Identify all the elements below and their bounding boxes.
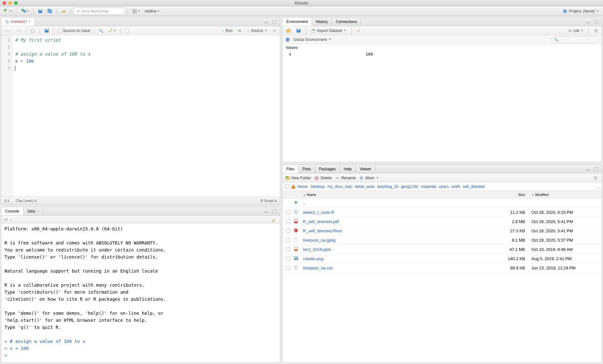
minimize-env-icon[interactable] [584, 19, 591, 24]
file-row[interactable]: liverpool_oa.gpkg8.1 MBOct 28, 2020, 5:3… [282, 236, 602, 245]
file-checkbox[interactable] [286, 229, 290, 233]
breadcrumb-segment[interactable]: Home [298, 184, 308, 189]
view-panes-button[interactable]: ▼ [131, 8, 142, 14]
select-all-checkbox[interactable] [285, 184, 289, 189]
file-name[interactable]: rstudio.png [303, 256, 323, 261]
breadcrumb-segment[interactable]: my_docs_mac [328, 184, 352, 189]
file-name[interactable]: week2_r_code.R [303, 210, 334, 215]
breadcrumb-segment[interactable]: geog2150 [401, 184, 418, 189]
project-menu[interactable]: Project: (None) ▼ [561, 8, 600, 14]
nav-back-button[interactable]: ⟸ [3, 27, 12, 34]
source-tab[interactable]: R Untitled1* × [1, 18, 35, 26]
save-all-button[interactable] [46, 8, 54, 14]
parent-dir-row[interactable]: .. [282, 198, 602, 208]
file-row[interactable]: liverpool_oa.csv68.9 KBJun 23, 2019, 12:… [282, 263, 602, 273]
code-tools-button[interactable]: ▼ [106, 27, 117, 34]
save-workspace-button[interactable] [295, 27, 302, 34]
col-size-header[interactable]: Size [518, 193, 525, 197]
breadcrumb-segment[interactable]: Desktop [311, 184, 325, 189]
nav-forward-button[interactable]: ⟹ [14, 27, 23, 34]
maximize-console-icon[interactable] [271, 209, 278, 214]
file-name[interactable]: R_self_directed.pdf [303, 219, 339, 224]
close-window-button[interactable] [3, 1, 6, 5]
outline-toggle-button[interactable] [271, 28, 278, 34]
file-checkbox[interactable] [286, 257, 290, 261]
breadcrumb-segment[interactable]: materials [421, 184, 437, 189]
save-source-button[interactable] [43, 27, 50, 34]
addins-dropdown[interactable]: Addins ▼ [143, 8, 161, 14]
col-modified-header[interactable]: Modified [535, 193, 549, 197]
show-in-new-window-button[interactable] [29, 27, 37, 34]
file-row[interactable]: Rweek2_r_code.R11.2 KBOct 28, 2020, 6:15… [282, 208, 602, 217]
maximize-env-icon[interactable] [593, 19, 600, 24]
load-workspace-button[interactable] [284, 27, 292, 34]
help-tab[interactable]: Help [340, 165, 356, 173]
env-scope-dropdown[interactable]: Global Environment ▼ [292, 37, 332, 43]
file-name[interactable]: liverpool_oa.csv [303, 266, 333, 270]
col-name-header[interactable]: Name [307, 193, 316, 197]
refresh-env-button[interactable] [592, 27, 600, 34]
delete-button[interactable]: Delete [314, 175, 332, 181]
print-button[interactable] [60, 8, 67, 14]
breadcrumb-segment[interactable]: leeds_work [355, 184, 375, 189]
file-row[interactable]: lec2_2019.pptx47.1 MBOct 10, 2019, 8:46 … [282, 245, 602, 254]
refresh-files-button[interactable] [591, 175, 599, 181]
file-row[interactable]: R_self_directed.pdf2.8 MBOct 28, 2020, 5… [282, 217, 602, 226]
history-tab[interactable]: History [312, 18, 332, 26]
close-tab-button[interactable]: × [29, 20, 31, 23]
breadcrumb-segment[interactable]: teaching_20 [377, 184, 398, 189]
console-output[interactable]: Platform: x86_64-apple-darwin15.6.0 (64-… [1, 223, 280, 363]
viewer-tab[interactable]: Viewer [356, 165, 375, 173]
source-dropdown-button[interactable]: →Source▼ [245, 28, 268, 34]
more-dropdown[interactable]: More ▼ [359, 175, 378, 181]
new-file-button[interactable]: ▼ [3, 8, 13, 14]
jobs-close-icon[interactable]: × [37, 209, 39, 213]
source-on-save-checkbox[interactable]: Source on Save [57, 28, 91, 34]
breadcrumb-segment[interactable]: pracs [439, 184, 449, 189]
compile-report-button[interactable] [123, 27, 131, 34]
file-checkbox[interactable] [286, 210, 290, 214]
minimize-files-icon[interactable] [584, 167, 591, 172]
code-content[interactable]: # My first script # assign a value of 10… [12, 35, 280, 197]
environment-tab[interactable]: Environment [282, 18, 312, 26]
jobs-tab[interactable]: Jobs × [23, 207, 43, 215]
clear-console-button[interactable] [270, 216, 278, 223]
maximize-files-icon[interactable] [593, 167, 600, 172]
env-search-input[interactable] [551, 36, 599, 43]
file-checkbox[interactable] [286, 220, 290, 224]
code-editor[interactable]: 12345 # My first script # assign a value… [1, 35, 280, 197]
scope-indicator[interactable]: (Top Level) ⇅ [16, 199, 36, 203]
breadcrumb-segment[interactable]: unit5 [452, 184, 460, 189]
file-name[interactable]: R_self_directed.Rmd [303, 228, 342, 233]
clear-objects-button[interactable] [355, 27, 363, 34]
plots-tab[interactable]: Plots [298, 165, 315, 173]
language-indicator[interactable]: R Script ⇅ [261, 199, 277, 203]
console-tab[interactable]: Console [1, 207, 23, 215]
file-name[interactable]: liverpool_oa.gpkg [303, 238, 336, 243]
find-replace-button[interactable] [97, 28, 104, 34]
minimize-pane-icon[interactable] [263, 19, 270, 24]
maximize-pane-icon[interactable] [271, 19, 278, 24]
rename-button[interactable]: Rename [335, 175, 356, 181]
new-folder-button[interactable]: New Folder [285, 175, 311, 181]
file-name[interactable]: lec2_2019.pptx [303, 247, 331, 252]
run-button[interactable]: →Run [220, 28, 234, 34]
console-working-dir[interactable]: ~/ ✎ [3, 217, 12, 222]
breadcrumb-more[interactable]: ... [596, 184, 599, 189]
env-view-list-dropdown[interactable]: List ▼ [567, 28, 585, 34]
file-checkbox[interactable] [286, 238, 290, 242]
minimize-console-icon[interactable] [263, 209, 270, 214]
file-checkbox[interactable] [286, 266, 290, 270]
file-row[interactable]: rstudio.png140.2 KBAug 5, 2019, 2:41 PM [282, 254, 602, 263]
breadcrumb-segment[interactable]: self_directed [463, 184, 484, 189]
file-row[interactable]: RR_self_directed.Rmd27.3 KBOct 28, 2020,… [282, 226, 602, 236]
files-tab[interactable]: Files [282, 165, 298, 173]
packages-tab[interactable]: Packages [315, 165, 340, 173]
minimize-window-button[interactable] [8, 1, 12, 5]
goto-file-function-input[interactable]: Go to file/function [73, 8, 125, 15]
env-variable-row[interactable]: x100 [282, 51, 602, 57]
save-button[interactable] [36, 8, 44, 14]
connections-tab[interactable]: Connections [332, 18, 361, 26]
import-dataset-dropdown[interactable]: Import Dataset ▼ [310, 27, 348, 34]
maximize-window-button[interactable] [14, 1, 18, 5]
